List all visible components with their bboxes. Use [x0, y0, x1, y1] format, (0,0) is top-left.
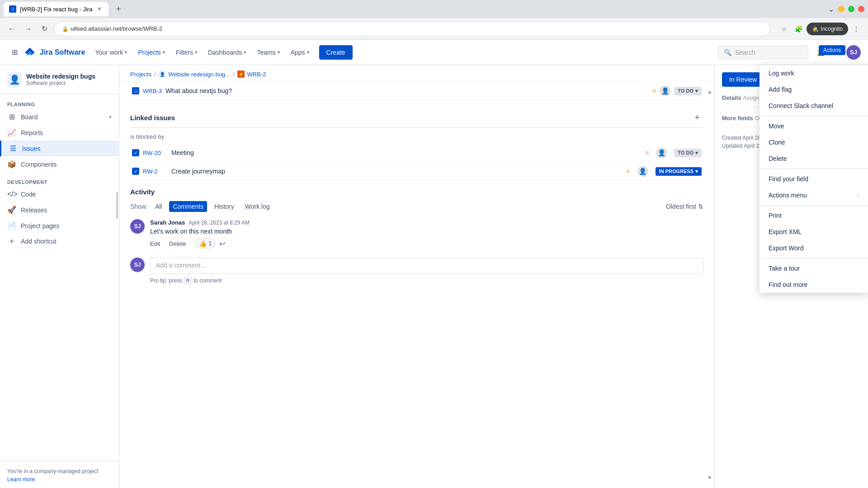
- pro-tip-key: M: [184, 277, 192, 285]
- activity-section: Activity Show: All Comments History Work…: [130, 188, 703, 284]
- user-avatar[interactable]: SJ: [846, 45, 861, 60]
- window-maximize-button[interactable]: [848, 6, 854, 12]
- issue-content: Projects / 👤 Website redesign bug... / ⚡…: [119, 65, 714, 488]
- sidebar-add-shortcut[interactable]: + Add shortcut: [0, 234, 119, 249]
- sidebar-item-issues[interactable]: ☰ Issues: [0, 141, 119, 156]
- add-comment-placeholder: Add a comment...: [156, 262, 206, 269]
- activity-sort[interactable]: Oldest first ⇅: [666, 203, 703, 210]
- sidebar-project-type: Software project: [26, 80, 95, 86]
- comment-body: Sarah Jonas April 28, 2023 at 8:29 AM Le…: [150, 219, 703, 249]
- comment-time: April 28, 2023 at 8:29 AM: [189, 220, 250, 226]
- tab-close-button[interactable]: ✕: [96, 5, 103, 13]
- activity-filter-history[interactable]: History: [211, 201, 238, 212]
- child-issue-status[interactable]: TO DO ▾: [674, 87, 702, 95]
- scroll-up-arrow[interactable]: ▲: [707, 89, 712, 95]
- menu-button[interactable]: ⋮: [850, 23, 863, 35]
- linked-issue-key-1[interactable]: RW-20: [143, 150, 168, 156]
- linked-issue-1-priority: ≡: [645, 149, 649, 156]
- dropdown-clone[interactable]: Clone: [760, 134, 868, 150]
- linked-issue-2-status[interactable]: IN PROGRESS ▾: [656, 167, 702, 176]
- tab-title: [WRB-2] Fix react bug - Jira: [20, 6, 92, 13]
- comment-delete-link[interactable]: Delete: [169, 240, 186, 247]
- breadcrumb-projects[interactable]: Projects: [130, 71, 151, 78]
- actions-badge[interactable]: Actions: [819, 45, 845, 55]
- dropdown-connect-slack[interactable]: Connect Slack channel: [760, 98, 868, 114]
- sidebar-planning-label: PLANNING: [0, 94, 119, 109]
- reaction-count: 1: [208, 240, 212, 247]
- sidebar-project-pages-label: Project pages: [21, 222, 60, 230]
- dropdown-move[interactable]: Move: [760, 118, 868, 134]
- logo-text: Jira Software: [40, 48, 85, 56]
- new-tab-button[interactable]: +: [112, 3, 125, 15]
- dropdown-find-field[interactable]: Find your field: [760, 171, 868, 187]
- window-minimize-icon[interactable]: ⌄: [828, 4, 835, 14]
- activity-sort-label: Oldest first: [666, 203, 696, 210]
- child-issue-key[interactable]: WRB-3: [143, 88, 162, 94]
- dropdown-export-word[interactable]: Export Word: [760, 240, 868, 256]
- reload-button[interactable]: ↻: [38, 23, 51, 35]
- pro-tip: Pro tip: press M to comment: [150, 277, 703, 284]
- dropdown-actions-menu[interactable]: Actions menu ›: [760, 187, 868, 203]
- bookmark-button[interactable]: ☆: [778, 23, 790, 35]
- project-pages-icon: 📄: [7, 221, 16, 230]
- dropdown-find-more[interactable]: Find out more: [760, 277, 868, 293]
- linked-issue-1-status[interactable]: TO DO ▾: [674, 149, 702, 157]
- breadcrumb-issue-key[interactable]: WRB-2: [247, 71, 266, 78]
- dropdown-add-flag[interactable]: Add flag: [760, 81, 868, 98]
- filters-nav[interactable]: Filters ▾: [171, 45, 202, 60]
- thumbs-up-icon: 👍: [199, 240, 207, 247]
- apps-nav[interactable]: Apps ▾: [286, 45, 314, 60]
- tab-favicon: J: [9, 5, 16, 13]
- scroll-down-arrow[interactable]: ▼: [707, 474, 712, 481]
- comment-reaction-button[interactable]: 👍 1: [195, 239, 216, 249]
- main-content: 👤 Website redesign bugs Software project…: [0, 65, 868, 488]
- linked-issue-checkbox-1[interactable]: ✓: [132, 149, 139, 156]
- sidebar-item-reports[interactable]: 📈 Reports: [0, 125, 119, 141]
- incognito-button[interactable]: 🕵 Incognito: [807, 23, 848, 35]
- sidebar-reports-label: Reports: [21, 129, 43, 136]
- search-bar[interactable]: 🔍 Search: [718, 46, 808, 59]
- linked-issue-key-2[interactable]: RW-2: [143, 168, 168, 175]
- breadcrumb-project-name[interactable]: Website redesign bug...: [169, 71, 230, 78]
- browser-tab[interactable]: J [WRB-2] Fix react bug - Jira ✕: [4, 2, 108, 16]
- your-work-nav[interactable]: Your work ▾: [90, 45, 132, 60]
- teams-nav[interactable]: Teams ▾: [252, 45, 284, 60]
- sidebar: 👤 Website redesign bugs Software project…: [0, 65, 119, 488]
- teams-chevron: ▾: [278, 50, 280, 55]
- add-comment-input[interactable]: Add a comment...: [150, 258, 703, 274]
- dropdown-take-tour[interactable]: Take a tour: [760, 260, 868, 277]
- address-bar[interactable]: 🔒 uifeed.atlassian.net/browse/WRB-2: [54, 22, 770, 36]
- linked-issue-checkbox-2[interactable]: ✓: [132, 168, 139, 175]
- back-button[interactable]: ←: [5, 23, 18, 35]
- dropdown-export-xml[interactable]: Export XML: [760, 224, 868, 240]
- linked-issue-summary-2: Create journeymap: [171, 168, 623, 175]
- activity-filter-all[interactable]: All: [151, 201, 166, 212]
- window-close-button[interactable]: [858, 6, 864, 12]
- reply-icon[interactable]: ↩: [219, 239, 225, 248]
- create-button[interactable]: Create: [319, 45, 353, 60]
- forward-button[interactable]: →: [22, 23, 34, 35]
- sidebar-item-components[interactable]: 📦 Components: [0, 156, 119, 172]
- activity-filter-worklog[interactable]: Work log: [241, 201, 274, 212]
- dashboards-nav[interactable]: Dashboards ▾: [203, 45, 251, 60]
- sidebar-item-releases[interactable]: 🚀 Releases: [0, 202, 119, 218]
- sidebar-learn-more[interactable]: Learn more: [7, 476, 112, 483]
- activity-filter-comments[interactable]: Comments: [169, 201, 207, 212]
- activity-title: Activity: [130, 188, 703, 196]
- breadcrumb-sep-1: /: [154, 71, 156, 78]
- sidebar-item-board[interactable]: ⊞ Board ▾: [0, 109, 119, 125]
- linked-issues-add-button[interactable]: +: [691, 111, 703, 124]
- jira-logo-icon: [24, 46, 36, 59]
- sidebar-item-project-pages[interactable]: 📄 Project pages: [0, 218, 119, 234]
- window-minimize-button[interactable]: [838, 6, 844, 12]
- comment-edit-link[interactable]: Edit: [150, 240, 160, 247]
- dropdown-delete[interactable]: Delete: [760, 150, 868, 167]
- sidebar-item-code[interactable]: </> Code: [0, 187, 119, 202]
- apps-grid-button[interactable]: ⊞: [7, 45, 22, 60]
- extensions-button[interactable]: 🧩: [792, 23, 805, 35]
- add-comment-avatar: SJ: [130, 258, 145, 272]
- projects-nav[interactable]: Projects ▾: [133, 45, 170, 60]
- breadcrumb: Projects / 👤 Website redesign bug... / ⚡…: [119, 65, 714, 82]
- dropdown-log-work[interactable]: Log work: [760, 65, 868, 81]
- dropdown-print[interactable]: Print: [760, 207, 868, 224]
